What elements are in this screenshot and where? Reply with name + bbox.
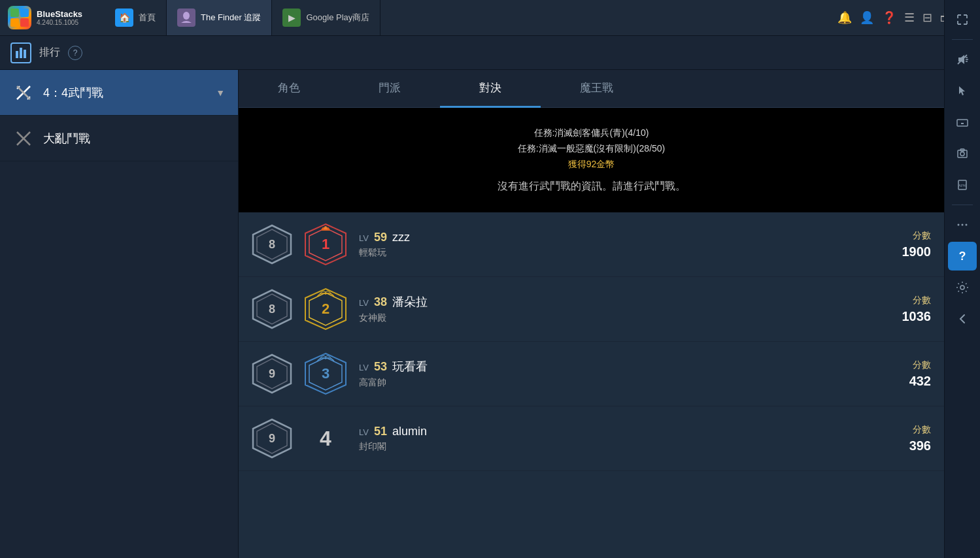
minimize-icon[interactable]: ⊟ xyxy=(922,10,932,25)
rank-row: 8 1 xyxy=(239,212,944,277)
tab-demon-king[interactable]: 魔王戰 xyxy=(541,70,652,108)
rank-info-1: LV 59 zzz 輕鬆玩 xyxy=(359,231,892,259)
info-box: 任務:消滅劍客傭兵(青)(4/10) 任務:消滅一般惡魔(沒有限制)(28/50… xyxy=(239,108,944,212)
keyboard-button[interactable] xyxy=(948,108,977,137)
profile-icon[interactable]: 👤 xyxy=(860,10,874,25)
apk-button[interactable]: APK xyxy=(948,171,977,199)
help-icon[interactable]: ❓ xyxy=(882,10,896,25)
svg-rect-7 xyxy=(24,50,26,58)
inner-badge-3: 3 xyxy=(303,351,348,397)
menu-item-4v4[interactable]: 4：4武鬥戰 ▼ xyxy=(0,70,238,116)
rank-info-3: LV 53 玩看看 高富帥 xyxy=(359,359,899,389)
bluestacks-logo: BlueStacks 4.240.15.1005 xyxy=(0,6,105,29)
menu-item-chaos[interactable]: 大亂鬥戰 xyxy=(0,116,238,161)
svg-text:1: 1 xyxy=(322,236,329,252)
rank-name-3: 玩看看 xyxy=(392,359,428,374)
svg-text:8: 8 xyxy=(269,238,275,251)
svg-point-53 xyxy=(958,224,960,226)
right-panel: 角色 門派 對決 魔王戰 任務:消滅劍客傭兵(青)(4/10) 任務:消滅一般惡… xyxy=(239,70,944,558)
svg-text:9: 9 xyxy=(269,432,275,445)
inner-badge-1: 1 xyxy=(303,222,348,267)
home-tab-label: 首頁 xyxy=(139,12,156,24)
score-label-2: 分數 xyxy=(913,295,931,306)
ranking-icon xyxy=(10,42,31,63)
rank-number-4: 4 xyxy=(320,427,331,451)
rank-list: 8 1 xyxy=(239,212,944,558)
tab-duel[interactable]: 對決 xyxy=(440,70,541,108)
sub-titlebar: 排行 ? xyxy=(0,36,944,70)
rank-lv-1: 59 xyxy=(374,231,387,244)
rank-row: 8 2 xyxy=(239,277,944,342)
svg-rect-5 xyxy=(16,51,18,58)
svg-rect-6 xyxy=(20,48,22,58)
bs-logo-version: 4.240.15.1005 xyxy=(37,19,82,26)
resize-button[interactable] xyxy=(948,5,977,34)
rank-row: 9 4 LV 51 alumin 封印閣 xyxy=(239,406,944,471)
sidebar-divider xyxy=(952,39,973,40)
volume-button[interactable] xyxy=(948,45,977,74)
rank-name-4: alumin xyxy=(392,425,427,438)
pointer-button[interactable] xyxy=(948,76,977,105)
svg-text:APK: APK xyxy=(958,184,966,188)
menu-icon[interactable]: ☰ xyxy=(904,10,915,25)
tab-bar: 🏠 首頁 The Finder 追蹤 ▶ Google Play商店 xyxy=(105,0,827,35)
svg-point-54 xyxy=(962,224,964,226)
rank-score-2: 分數 1036 xyxy=(902,295,932,324)
score-label-1: 分數 xyxy=(913,230,931,242)
tab-gplay[interactable]: ▶ Google Play商店 xyxy=(272,0,380,35)
svg-point-49 xyxy=(960,152,964,156)
chaos-label: 大亂鬥戰 xyxy=(43,131,90,146)
help-circle-button[interactable]: ? xyxy=(68,46,82,60)
info-line-2: 任務:消滅一般惡魔(沒有限制)(28/50) xyxy=(518,143,666,155)
tab-finder[interactable]: The Finder 追蹤 xyxy=(167,0,272,35)
dropdown-icon: ▼ xyxy=(216,88,225,98)
outer-badge-4: 9 xyxy=(252,418,292,459)
rank-guild-1: 輕鬆玩 xyxy=(359,247,892,259)
rank-guild-3: 高富帥 xyxy=(359,377,899,389)
tab-home[interactable]: 🏠 首頁 xyxy=(105,0,167,35)
tab-character[interactable]: 角色 xyxy=(239,70,339,108)
outer-badge-1: 8 xyxy=(252,224,292,265)
more-button[interactable] xyxy=(948,210,977,239)
rank-name-1: zzz xyxy=(392,231,410,244)
info-line-4: 沒有進行武鬥戰的資訊。請進行武鬥戰。 xyxy=(498,180,686,193)
sidebar-divider-2 xyxy=(952,205,973,205)
rank-info-4: LV 51 alumin 封印閣 xyxy=(359,425,899,453)
4v4-label: 4：4武鬥戰 xyxy=(43,85,103,101)
right-sidebar: APK ? xyxy=(944,0,980,558)
gplay-tab-icon: ▶ xyxy=(282,8,301,27)
bs-logo-icon xyxy=(8,6,31,29)
main-area: 排行 ? 4：4武鬥戰 ▼ xyxy=(0,36,944,558)
rank-name-2: 潘朵拉 xyxy=(392,294,428,310)
tab-faction[interactable]: 門派 xyxy=(339,70,440,108)
swords-icon xyxy=(13,82,34,103)
rank-score-1: 分數 1900 xyxy=(902,230,932,259)
score-value-2: 1036 xyxy=(902,309,932,324)
info-line-1: 任務:消滅劍客傭兵(青)(4/10) xyxy=(534,127,649,139)
rank-score-4: 分數 396 xyxy=(909,424,931,453)
rank-row: 9 3 xyxy=(239,342,944,406)
back-button[interactable] xyxy=(948,304,977,333)
settings-button[interactable] xyxy=(948,273,977,302)
help-sidebar-button[interactable]: ? xyxy=(948,242,977,271)
rank-info-2: LV 38 潘朵拉 女神殿 xyxy=(359,294,892,324)
chaos-icon xyxy=(13,128,34,149)
svg-text:3: 3 xyxy=(322,365,329,382)
capture-button[interactable] xyxy=(948,139,977,168)
tab-nav: 角色 門派 對決 魔王戰 xyxy=(239,70,944,108)
gplay-tab-label: Google Play商店 xyxy=(306,12,369,24)
finder-tab-icon xyxy=(177,8,195,27)
score-value-4: 396 xyxy=(909,438,931,453)
svg-rect-3 xyxy=(20,18,29,27)
finder-tab-label: The Finder 追蹤 xyxy=(201,12,261,24)
score-value-1: 1900 xyxy=(902,244,932,259)
rank-lv-4: 51 xyxy=(374,425,387,438)
notif-icon[interactable]: 🔔 xyxy=(837,10,852,25)
svg-rect-0 xyxy=(10,8,19,17)
page-title: 排行 xyxy=(39,46,60,59)
left-panel: 4：4武鬥戰 ▼ 大亂鬥戰 xyxy=(0,70,239,558)
titlebar: BlueStacks 4.240.15.1005 🏠 首頁 The Finder… xyxy=(0,0,980,36)
svg-point-56 xyxy=(960,286,964,289)
score-label-4: 分數 xyxy=(913,424,931,436)
outer-badge-2: 8 xyxy=(252,289,292,329)
